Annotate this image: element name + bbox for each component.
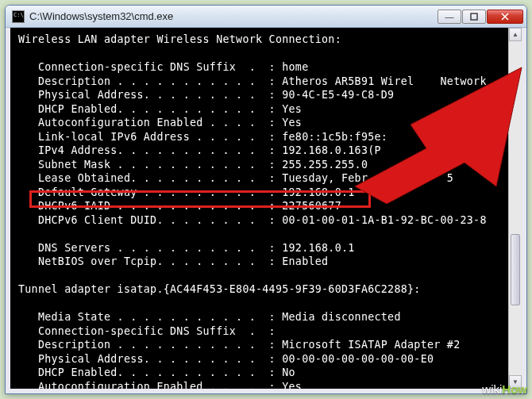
minimize-button[interactable]: —	[438, 10, 461, 24]
close-button[interactable]	[487, 10, 523, 24]
titlebar[interactable]: C:\Windows\system32\cmd.exe —	[6, 6, 526, 28]
window-title: C:\Windows\system32\cmd.exe	[29, 10, 438, 22]
vertical-scrollbar[interactable]: ▲ ▼	[508, 28, 522, 389]
maximize-button[interactable]	[462, 10, 486, 24]
scroll-up-button[interactable]: ▲	[509, 28, 522, 41]
svg-rect-0	[471, 13, 477, 20]
scroll-thumb[interactable]	[511, 234, 520, 305]
watermark-how: How	[502, 382, 527, 396]
watermark-wiki: wiki	[482, 382, 502, 396]
window-controls: —	[438, 10, 523, 24]
close-icon	[501, 13, 509, 21]
maximize-icon	[470, 13, 478, 21]
cmd-window: C:\Windows\system32\cmd.exe — Wireless L…	[5, 5, 527, 394]
terminal-output: Wireless LAN adapter Wireless Network Co…	[10, 28, 522, 389]
watermark: wikiHow	[482, 382, 527, 396]
terminal-client-area[interactable]: Wireless LAN adapter Wireless Network Co…	[10, 28, 522, 389]
cmd-icon	[12, 10, 25, 23]
